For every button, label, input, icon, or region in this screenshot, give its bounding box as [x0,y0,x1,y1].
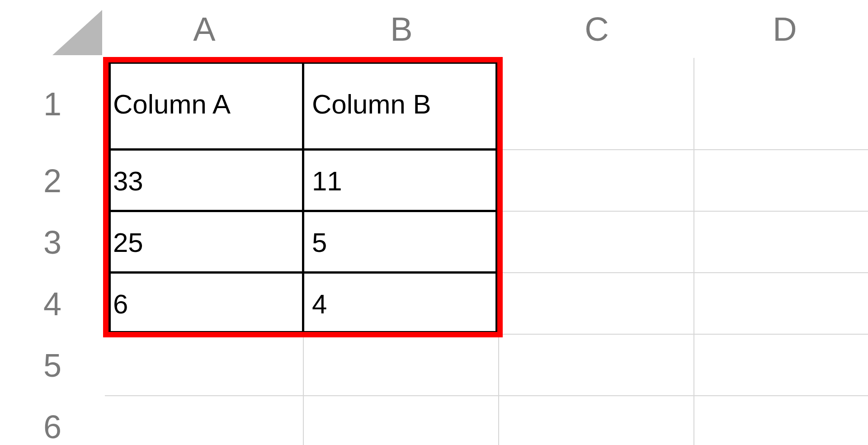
column-header-B[interactable]: B [304,0,499,58]
cell-B3[interactable]: 5 [304,212,499,273]
cell-C3[interactable] [499,212,694,273]
cell-D5[interactable] [694,335,868,396]
cell-A6[interactable] [105,396,304,445]
svg-marker-0 [52,10,102,55]
cell-B2[interactable]: 11 [304,150,499,212]
cell-A5[interactable] [105,335,304,396]
row-header-3[interactable]: 3 [0,212,105,273]
cell-B1[interactable]: Column B [304,58,499,150]
select-all-button[interactable] [0,0,105,58]
cell-A2[interactable]: 33 [105,150,304,212]
cell-C6[interactable] [499,396,694,445]
row-header-1[interactable]: 1 [0,58,105,150]
cell-C4[interactable] [499,273,694,335]
cell-border [108,62,111,333]
spreadsheet-grid[interactable]: A B C D 1 2 3 4 5 6 Column A Column B 33… [0,0,868,445]
cell-B5[interactable] [304,335,499,396]
row-header-5[interactable]: 5 [0,335,105,396]
row-header-2[interactable]: 2 [0,150,105,212]
cell-A4[interactable]: 6 [105,273,304,335]
cell-A3[interactable]: 25 [105,212,304,273]
cell-D2[interactable] [694,150,868,212]
cell-A1[interactable]: Column A [105,58,304,150]
select-all-triangle-icon [52,10,102,55]
cell-D1[interactable] [694,58,868,150]
cell-D3[interactable] [694,212,868,273]
column-header-C[interactable]: C [499,0,694,58]
column-header-D[interactable]: D [694,0,868,58]
cell-B6[interactable] [304,396,499,445]
cell-C2[interactable] [499,150,694,212]
cell-D6[interactable] [694,396,868,445]
row-header-4[interactable]: 4 [0,273,105,335]
cell-border [495,62,499,333]
cell-C1[interactable] [499,58,694,150]
cell-C5[interactable] [499,335,694,396]
column-header-A[interactable]: A [105,0,304,58]
row-header-6[interactable]: 6 [0,396,105,445]
cell-D4[interactable] [694,273,868,335]
cell-B4[interactable]: 4 [304,273,499,335]
cell-border [302,62,304,333]
